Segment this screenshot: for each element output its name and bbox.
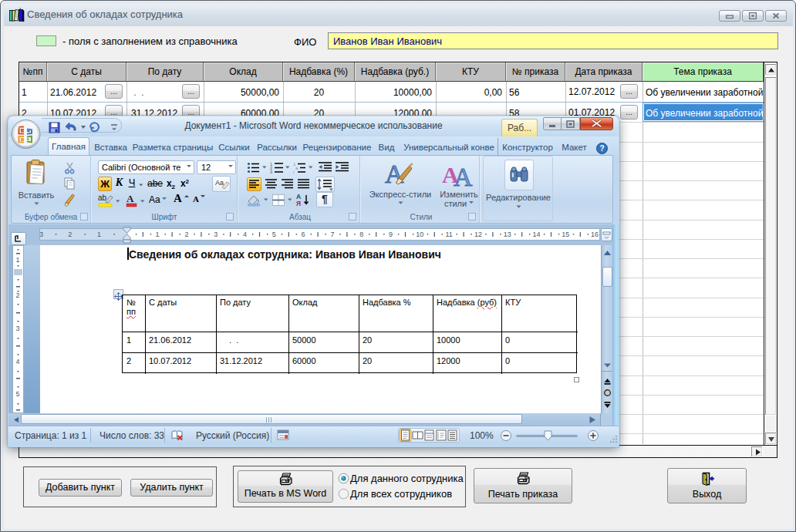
svg-text:3: 3 bbox=[40, 231, 43, 238]
svg-text:1: 1 bbox=[97, 231, 101, 238]
svg-text:Аа: Аа bbox=[215, 179, 224, 187]
svg-text:1: 1 bbox=[15, 256, 19, 264]
svg-text:A: A bbox=[385, 160, 404, 188]
svg-text:4: 4 bbox=[15, 358, 19, 365]
svg-text:11: 11 bbox=[445, 231, 452, 238]
svg-text:a: a bbox=[295, 166, 298, 170]
svg-text:3: 3 bbox=[15, 325, 19, 332]
svg-text:5: 5 bbox=[272, 231, 276, 238]
svg-text:4: 4 bbox=[243, 231, 247, 238]
svg-text:3: 3 bbox=[214, 231, 218, 238]
svg-text:7: 7 bbox=[330, 231, 334, 238]
svg-text:А: А bbox=[126, 193, 134, 204]
svg-text:1: 1 bbox=[156, 231, 160, 238]
svg-text:i: i bbox=[293, 170, 294, 173]
svg-text:15: 15 bbox=[562, 231, 569, 238]
svg-text:2: 2 bbox=[184, 231, 188, 238]
svg-text:5: 5 bbox=[15, 390, 19, 398]
svg-text:16: 16 bbox=[591, 231, 599, 238]
svg-text:8: 8 bbox=[359, 231, 363, 238]
svg-text:6: 6 bbox=[302, 231, 305, 238]
svg-text:14: 14 bbox=[532, 231, 540, 238]
svg-text:A: A bbox=[454, 163, 473, 188]
svg-text:Я: Я bbox=[296, 200, 301, 207]
svg-text:ab: ab bbox=[98, 194, 107, 202]
svg-text:2: 2 bbox=[15, 291, 19, 299]
svg-text:12: 12 bbox=[474, 231, 482, 238]
svg-text:2: 2 bbox=[68, 231, 72, 238]
svg-text:3: 3 bbox=[270, 170, 272, 173]
svg-text:13: 13 bbox=[504, 231, 511, 238]
svg-text:9: 9 bbox=[389, 231, 393, 238]
svg-text:?: ? bbox=[599, 144, 604, 153]
svg-text:10: 10 bbox=[416, 231, 423, 238]
